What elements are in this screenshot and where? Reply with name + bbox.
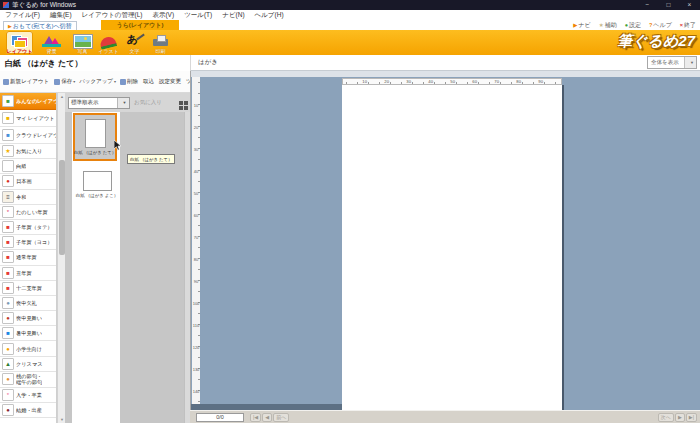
sort-dropdown[interactable]: 標準順表示 ▼ — [68, 97, 130, 109]
quick-button[interactable]: ★ 補助 — [599, 21, 617, 30]
tool-layout[interactable]: レイアウト — [6, 31, 33, 54]
window-controls: − □ × — [637, 0, 700, 10]
maximize-button[interactable]: □ — [658, 0, 679, 10]
ruler-tick-label: 60 — [453, 79, 475, 84]
sidebar-category-item[interactable]: ● 小学生向け — [0, 341, 56, 356]
category-icon-glyph: ■ — [6, 224, 10, 230]
tab-back-layout[interactable]: うら(レイアウト) — [101, 20, 179, 30]
category-label: 喪中見舞い — [16, 315, 42, 321]
sidebar-category-item[interactable]: ■ 通常年賀 — [0, 250, 56, 265]
ruler-tick-label: 20 — [365, 79, 387, 84]
minimize-button[interactable]: − — [637, 0, 658, 10]
quick-button[interactable]: ● 設定 — [625, 21, 641, 30]
close-button[interactable]: × — [679, 0, 700, 10]
pager-prev-button[interactable]: 前へ — [273, 413, 289, 422]
portrait-page-icon — [85, 119, 106, 148]
menu-item[interactable]: レイアウトの管理(L) — [77, 11, 148, 20]
layout-card-landscape[interactable]: 白紙 （はがき よこ） — [75, 167, 119, 207]
quick-button[interactable]: ▶ ナビ — [573, 21, 591, 30]
category-label: 子年賀（ヨコ） — [16, 239, 53, 245]
sidebar-category-item[interactable]: ■ クラウドレイアウト — [0, 127, 56, 144]
ruler-tick-label: 10 — [343, 79, 365, 84]
tool-illustration[interactable]: イラスト — [95, 31, 122, 54]
category-icon: ★ — [2, 145, 14, 157]
tool-print[interactable]: 印刷 — [147, 31, 174, 54]
sidebar-category-item[interactable]: ■ 暑中見舞い — [0, 326, 56, 341]
pager-prev-button[interactable]: ◀ — [262, 413, 272, 422]
sidebar-category-item[interactable]: ■ マイ レイアウト — [0, 110, 56, 127]
ruler-tick-label: 40 — [192, 152, 200, 174]
category-icon: ▲ — [2, 358, 14, 370]
sidebar-category-item[interactable]: * 入学・卒業 — [0, 388, 56, 403]
sidebar-category-item[interactable]: ★ お気に入り — [0, 144, 56, 159]
category-icon: ● — [2, 312, 14, 324]
category-label: 日本画 — [16, 178, 32, 184]
page-canvas[interactable] — [342, 85, 562, 410]
layout-action-button[interactable]: バックアップ ▾ — [79, 78, 116, 85]
pager-next-button[interactable]: 次へ — [658, 413, 674, 422]
category-label: 結婚・出産 — [16, 407, 42, 413]
sidebar-category-item[interactable]: ■ 子年賀（タテ） — [0, 220, 56, 235]
pager-prev-button[interactable]: |◀ — [250, 413, 261, 422]
ruler-tick-label: 30 — [387, 79, 409, 84]
ruler-tick-label: 50 — [192, 174, 200, 196]
layout-card-portrait[interactable]: 白紙 （はがき たて） — [73, 113, 117, 161]
category-icon: * — [2, 206, 14, 218]
menu-item[interactable]: 表示(V) — [147, 11, 179, 20]
sidebar-category-item[interactable]: ● 結婚・出産 — [0, 403, 56, 418]
layout-action-button[interactable]: 新規レイアウト — [3, 78, 50, 85]
category-icon: ■ — [2, 251, 14, 263]
ruler-tick-label: 140 — [192, 372, 200, 394]
grid-view-icon[interactable] — [179, 101, 183, 105]
category-label: 暑中見舞い — [16, 330, 42, 336]
layout-action-button[interactable]: 設定変更 — [159, 78, 182, 85]
layout-action-button[interactable]: 保存 ▾ — [54, 78, 75, 85]
sidebar-category-item[interactable]: ≡ 令和 — [0, 190, 56, 205]
menu-item[interactable]: ファイル(F) — [0, 11, 45, 20]
quick-button-label: 終了 — [684, 21, 696, 30]
print-icon — [151, 34, 171, 47]
category-icon-glyph: ■ — [6, 239, 10, 245]
sidebar-category-item[interactable]: ● 喪中欠礼 — [0, 296, 56, 311]
action-label: 削除 — [127, 78, 138, 85]
sidebar-category-item[interactable]: ● 喪中見舞い — [0, 311, 56, 326]
card-label: 白紙 （はがき よこ） — [76, 193, 118, 198]
zoom-select[interactable]: 全体を表示 ▼ — [647, 56, 697, 69]
ruler-tick-label: 100 — [192, 284, 200, 306]
sidebar-category-item[interactable]: ▲ クリスマス — [0, 357, 56, 372]
quick-button[interactable]: ? ヘルプ — [649, 21, 672, 30]
canvas-top-strip — [191, 71, 700, 77]
sidebar-category-item[interactable]: 白紙 — [0, 159, 56, 174]
menu-item[interactable]: ナビ(N) — [217, 11, 249, 20]
main-toolbar: レイアウト 背景 写真 イラスト あ 文字 印刷 筆ぐるめ27 — [0, 30, 700, 55]
tool-photo[interactable]: 写真 — [69, 31, 96, 54]
quick-button[interactable]: × 終了 — [680, 21, 696, 30]
menu-item[interactable]: ツール(T) — [179, 11, 217, 20]
category-icon-glyph: ● — [6, 300, 10, 306]
pager-next-button[interactable]: ▶ — [675, 413, 685, 422]
quick-button-icon: ▶ — [573, 22, 577, 28]
chevron-down-icon: ▾ — [73, 79, 75, 84]
sidebar-category-item[interactable]: ■ 十二支年賀 — [0, 281, 56, 296]
sidebar-category-item[interactable]: ■ みんなのレイアウト — [0, 93, 56, 110]
sidebar-category-item[interactable]: ● 日本画 — [0, 174, 56, 189]
tool-background[interactable]: 背景 — [38, 31, 65, 54]
layout-action-button[interactable]: 削除 — [120, 78, 139, 85]
quick-button-icon: ● — [625, 22, 628, 28]
menu-item[interactable]: 編集(E) — [45, 11, 77, 20]
sidebar-category-item[interactable]: ■ 丑年賀 — [0, 266, 56, 281]
ruler-tick-label: 130 — [192, 350, 200, 372]
sidebar-category-item[interactable]: ■ 子年賀（ヨコ） — [0, 235, 56, 250]
pager-bar: 0/0 |◀◀前へ 次へ▶▶| — [190, 410, 700, 423]
pager-next-button[interactable]: ▶| — [686, 413, 697, 422]
layout-action-button[interactable]: 取込 — [143, 78, 155, 85]
category-icon-glyph: ≡ — [6, 194, 10, 200]
sidebar-category-item[interactable]: ● 桃の節句・端午の節句 — [0, 372, 56, 388]
tool-text[interactable]: あ 文字 — [121, 31, 148, 54]
landscape-page-icon — [83, 171, 112, 191]
sidebar-scrollbar[interactable]: ▲ ▼ — [57, 93, 65, 423]
sidebar-category-item[interactable]: * たのしい年賀 — [0, 205, 56, 220]
menu-item[interactable]: ヘルプ(H) — [250, 11, 289, 20]
tool-label: 印刷 — [156, 48, 166, 54]
paper-size-label: はがき — [191, 58, 218, 67]
